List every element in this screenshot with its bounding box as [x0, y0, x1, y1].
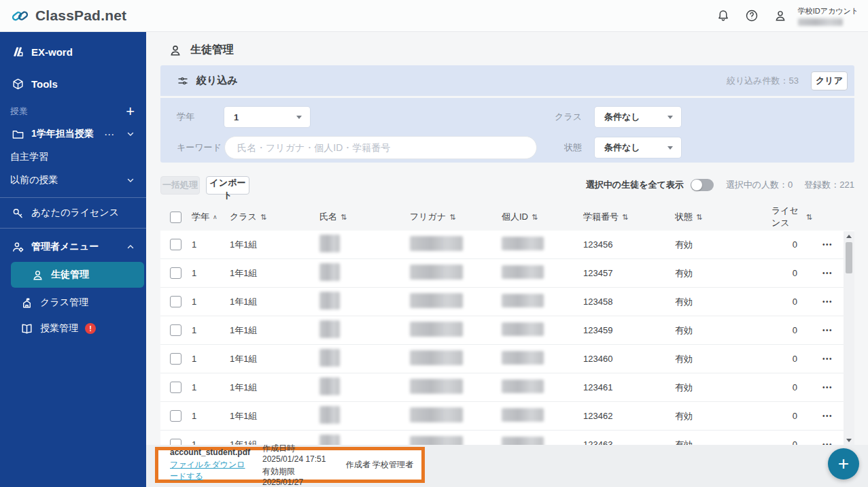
cell-class: 1年1組	[230, 239, 319, 251]
bulk-action-button[interactable]: 一括処理	[160, 176, 200, 195]
row-menu-icon[interactable]: •••	[812, 412, 843, 420]
col-header-status[interactable]: 状態⇅	[675, 211, 771, 223]
table-body: 1 1年1組 123456 有効 0 ••• 1 1年1組 123457 有効 …	[160, 231, 854, 459]
cell-class: 1年1組	[230, 353, 319, 365]
help-icon[interactable]	[745, 9, 759, 22]
row-menu-icon[interactable]: •••	[812, 326, 843, 334]
cell-personal-id-redacted	[502, 294, 544, 307]
account-info[interactable]: 学校IDアカウント	[798, 6, 858, 26]
scroll-down-arrow[interactable]	[844, 435, 854, 445]
user-icon[interactable]	[774, 9, 787, 22]
cell-name-redacted	[319, 349, 340, 367]
cell-status: 有効	[675, 324, 771, 337]
chevron-up-icon[interactable]	[126, 242, 135, 252]
show-selected-toggle-label: 選択中の生徒を全て表示	[586, 179, 684, 191]
row-checkbox[interactable]	[170, 410, 181, 422]
notification-bell-icon[interactable]	[716, 9, 730, 22]
table-row: 1 1年1組 123456 有効 0 •••	[160, 231, 854, 259]
chevron-down-icon[interactable]	[126, 175, 135, 185]
sidebar-item-exword[interactable]: EX-word	[0, 42, 146, 61]
sidebar-item-your-license[interactable]: あなたのライセンス	[0, 203, 146, 222]
table-toolbar: 一括処理 インポート 選択中の生徒を全て表示 選択中の人数：0 登録数：221	[160, 175, 854, 195]
row-menu-icon[interactable]: •••	[812, 384, 843, 391]
filter-panel-header: 絞り込み 絞り込み件数：53 クリア	[160, 65, 854, 96]
col-header-personal-id[interactable]: 個人ID⇅	[502, 211, 583, 223]
table-row: 1 1年1組 123461 有効 0 •••	[160, 373, 854, 402]
cell-furigana-redacted	[410, 293, 463, 308]
row-checkbox[interactable]	[170, 296, 181, 307]
chevron-down-icon[interactable]	[126, 129, 135, 139]
table-scrollbar[interactable]	[844, 231, 854, 445]
cell-class: 1年1組	[230, 296, 319, 308]
grade-label: 学年	[177, 111, 224, 123]
class-label: クラス	[553, 111, 582, 123]
status-select[interactable]: 条件なし	[595, 137, 681, 158]
sidebar-item-admin-menu[interactable]: 管理者メニュー	[0, 237, 146, 256]
sidebar-item-tools[interactable]: Tools	[0, 74, 146, 93]
download-file-link[interactable]: ファイルをダウンロードする	[170, 459, 250, 482]
show-selected-toggle[interactable]	[691, 179, 714, 191]
cell-student-number: 123462	[583, 411, 675, 421]
col-header-grade[interactable]: 学年∧	[192, 211, 230, 223]
grade-select[interactable]: 1	[224, 107, 310, 127]
row-menu-icon[interactable]: •••	[812, 298, 843, 305]
import-button[interactable]: インポート	[206, 176, 249, 195]
cell-name-redacted	[319, 406, 340, 424]
cell-student-number: 123459	[583, 325, 675, 335]
row-menu-icon[interactable]: •••	[812, 241, 843, 248]
row-checkbox[interactable]	[170, 382, 181, 393]
keyword-label: キーワード	[177, 141, 224, 154]
download-notification-card: account_student.pdf ファイルをダウンロードする 作成日時 2…	[155, 447, 425, 483]
clear-filter-button[interactable]: クリア	[811, 71, 848, 90]
scroll-up-arrow[interactable]	[844, 231, 854, 241]
table-header-row: 学年∧ クラス⇅ 氏名⇅ フリガナ⇅ 個人ID⇅ 学籍番号⇅ 状態⇅ ライセンス…	[160, 203, 854, 231]
student-person-icon	[169, 44, 182, 57]
cell-student-number: 123461	[583, 382, 675, 392]
cell-class: 1年1組	[230, 267, 319, 280]
sidebar-section-lessons: 授業 +	[0, 103, 146, 120]
row-checkbox[interactable]	[170, 267, 181, 279]
sidebar-item-student-management[interactable]: 生徒管理	[11, 262, 144, 288]
sidebar-item-lesson-folder[interactable]: 1学年担当授業 ⋯	[0, 124, 146, 144]
class-select[interactable]: 条件なし	[595, 107, 681, 127]
notification-author: 作成者 学校管理者	[346, 459, 413, 471]
col-header-furigana[interactable]: フリガナ⇅	[410, 211, 502, 223]
registered-count: 登録数：221	[804, 179, 854, 191]
col-header-student-number[interactable]: 学籍番号⇅	[583, 211, 675, 223]
logo-text: ClassPad.net	[35, 7, 126, 24]
row-checkbox[interactable]	[170, 324, 181, 336]
cell-furigana-redacted	[410, 407, 463, 422]
add-student-fab[interactable]: +	[828, 448, 859, 480]
col-header-class[interactable]: クラス⇅	[230, 211, 319, 223]
cell-license: 0	[771, 354, 812, 364]
scrollbar-thumb[interactable]	[846, 242, 852, 273]
table-row: 1 1年1組 123460 有効 0 •••	[160, 345, 854, 373]
admin-user-gear-icon	[12, 241, 24, 254]
select-all-checkbox[interactable]	[170, 212, 181, 223]
row-menu-icon[interactable]: •••	[812, 355, 843, 363]
alert-badge: !	[85, 323, 96, 334]
col-header-license[interactable]: ライセンス⇅	[771, 205, 812, 229]
row-checkbox[interactable]	[170, 239, 181, 250]
sidebar-item-class-management[interactable]: クラス管理	[0, 293, 146, 312]
sidebar-item-previous-lessons[interactable]: 以前の授業	[0, 172, 146, 188]
cell-class: 1年1組	[230, 324, 319, 337]
row-checkbox[interactable]	[170, 353, 181, 365]
cell-name-redacted	[319, 377, 340, 395]
cell-furigana-redacted	[410, 265, 463, 280]
filter-result-count: 絞り込み件数：53	[727, 75, 799, 87]
sidebar-label-tools: Tools	[31, 78, 58, 90]
col-header-name[interactable]: 氏名⇅	[319, 211, 410, 223]
sidebar-item-self-study[interactable]: 自主学習	[0, 149, 146, 165]
bottom-bar: account_student.pdf ファイルをダウンロードする 作成日時 2…	[146, 445, 868, 487]
cell-furigana-redacted	[410, 322, 463, 337]
sidebar-item-lesson-management[interactable]: 授業管理 !	[0, 319, 146, 338]
cell-furigana-redacted	[410, 379, 463, 394]
keyword-search-input[interactable]	[224, 136, 537, 159]
cell-student-number: 123458	[583, 297, 675, 307]
cell-license: 0	[771, 268, 812, 278]
table-row: 1 1年1組 123459 有効 0 •••	[160, 316, 854, 345]
add-lesson-button[interactable]: +	[126, 104, 135, 119]
row-menu-icon[interactable]: •••	[812, 269, 843, 277]
folder-menu-icon[interactable]: ⋯	[104, 129, 115, 139]
